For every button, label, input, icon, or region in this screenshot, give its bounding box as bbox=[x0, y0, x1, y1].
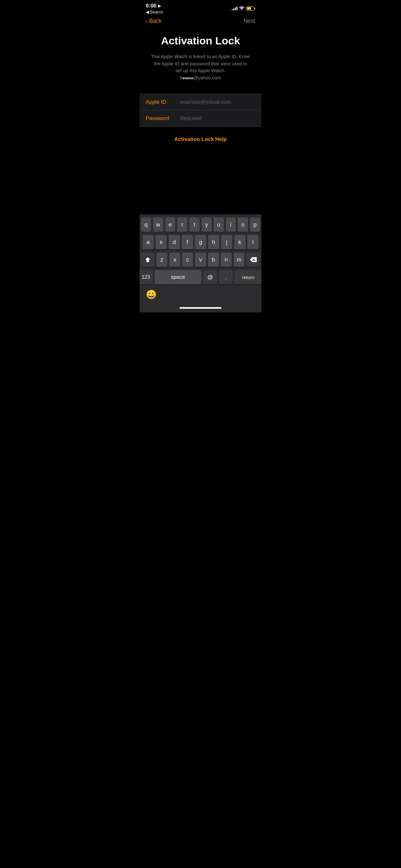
signal-bar-2 bbox=[233, 8, 234, 10]
key-v[interactable]: v bbox=[195, 252, 206, 267]
key-l[interactable]: l bbox=[247, 235, 259, 249]
home-indicator bbox=[140, 305, 261, 312]
key-h[interactable]: h bbox=[208, 235, 219, 249]
dot-3 bbox=[187, 77, 189, 80]
description-text: This Apple Watch is linked to an Apple I… bbox=[147, 53, 254, 81]
key-z[interactable]: z bbox=[157, 252, 167, 267]
password-label: Password bbox=[146, 115, 177, 122]
back-label: Back bbox=[149, 18, 162, 24]
wifi-icon bbox=[239, 6, 244, 11]
return-key[interactable]: return bbox=[235, 270, 261, 284]
time-display: 6:06 bbox=[146, 3, 157, 9]
key-c[interactable]: c bbox=[182, 252, 193, 267]
delete-icon bbox=[250, 257, 257, 262]
at-key[interactable]: @ bbox=[203, 270, 217, 284]
keyboard: q w e r t y u i o p a s d f g h j k l z … bbox=[140, 214, 261, 287]
battery-tip bbox=[255, 8, 255, 9]
shift-key[interactable] bbox=[141, 252, 155, 267]
help-section: Activation Lock Help bbox=[140, 127, 261, 152]
page-title: Activation Lock bbox=[147, 35, 254, 47]
apple-id-field[interactable]: Apple ID bbox=[140, 94, 261, 110]
apple-id-input[interactable] bbox=[177, 99, 255, 105]
status-right bbox=[232, 6, 255, 11]
masked-email: k@yahoo.com bbox=[180, 75, 221, 80]
key-d[interactable]: d bbox=[169, 235, 180, 249]
key-t[interactable]: t bbox=[189, 217, 200, 232]
key-j[interactable]: j bbox=[221, 235, 232, 249]
email-domain: @yahoo.com bbox=[193, 75, 221, 80]
keyboard-bottom-row: 123 space @ . return bbox=[141, 270, 260, 284]
emoji-bar: 😀 bbox=[140, 287, 261, 305]
battery-fill bbox=[247, 7, 252, 10]
key-w[interactable]: w bbox=[153, 217, 163, 232]
keyboard-row-2: a s d f g h j k l bbox=[141, 235, 260, 249]
status-left: 6:06 ▶ ◀ Search bbox=[146, 3, 163, 14]
title-section: Activation Lock This Apple Watch is link… bbox=[140, 28, 261, 84]
key-f[interactable]: f bbox=[182, 235, 193, 249]
key-b[interactable]: b bbox=[208, 252, 219, 267]
key-e[interactable]: e bbox=[165, 217, 175, 232]
space-key[interactable]: space bbox=[155, 270, 201, 284]
status-time: 6:06 ▶ bbox=[146, 3, 163, 9]
delete-key[interactable] bbox=[246, 252, 260, 267]
shift-icon bbox=[144, 256, 151, 263]
empty-space bbox=[140, 152, 261, 214]
key-k[interactable]: k bbox=[234, 235, 245, 249]
key-o[interactable]: o bbox=[238, 217, 248, 232]
key-n[interactable]: n bbox=[221, 252, 232, 267]
period-key[interactable]: . bbox=[219, 270, 233, 284]
password-field[interactable]: Password Required bbox=[140, 110, 261, 127]
back-chevron-icon: ‹ bbox=[146, 18, 148, 25]
key-m[interactable]: m bbox=[234, 252, 244, 267]
key-y[interactable]: y bbox=[201, 217, 212, 232]
key-i[interactable]: i bbox=[226, 217, 236, 232]
key-q[interactable]: q bbox=[141, 217, 151, 232]
key-p[interactable]: p bbox=[250, 217, 260, 232]
dot-2 bbox=[185, 77, 187, 80]
key-r[interactable]: r bbox=[177, 217, 188, 232]
signal-bar-1 bbox=[232, 9, 233, 10]
key-a[interactable]: a bbox=[142, 235, 154, 249]
keyboard-row-1: q w e r t y u i o p bbox=[141, 217, 260, 232]
dot-1 bbox=[182, 77, 185, 80]
status-bar: 6:06 ▶ ◀ Search bbox=[140, 0, 261, 15]
signal-bars bbox=[232, 6, 237, 10]
password-value: Required bbox=[177, 115, 255, 122]
activation-lock-help-link[interactable]: Activation Lock Help bbox=[174, 136, 227, 142]
numbers-key[interactable]: 123 bbox=[140, 270, 153, 284]
dot-4 bbox=[189, 77, 191, 80]
battery-indicator bbox=[246, 6, 255, 11]
home-bar bbox=[179, 307, 222, 309]
emoji-button[interactable]: 😀 bbox=[146, 289, 157, 300]
keyboard-row-3: z x c v b n m bbox=[141, 252, 260, 267]
nav-bar: ‹ Back Next bbox=[140, 15, 261, 28]
apple-id-label: Apple ID bbox=[146, 99, 177, 105]
form-section: Apple ID Password Required bbox=[140, 94, 261, 127]
key-x[interactable]: x bbox=[169, 252, 180, 267]
battery-body bbox=[246, 6, 254, 11]
dot-5 bbox=[191, 77, 193, 80]
key-s[interactable]: s bbox=[156, 235, 167, 249]
location-icon: ▶ bbox=[158, 4, 161, 8]
back-button[interactable]: ‹ Back bbox=[146, 18, 162, 25]
signal-bar-4 bbox=[236, 6, 237, 10]
next-button[interactable]: Next bbox=[244, 18, 255, 24]
search-label[interactable]: ◀ Search bbox=[146, 10, 163, 14]
key-g[interactable]: g bbox=[195, 235, 206, 249]
signal-bar-3 bbox=[235, 7, 236, 10]
key-u[interactable]: u bbox=[213, 217, 224, 232]
